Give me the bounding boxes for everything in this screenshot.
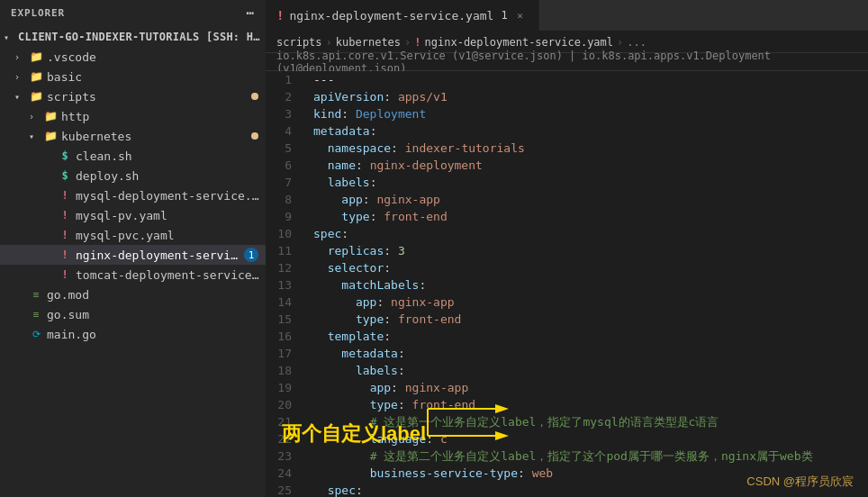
tab-yaml-icon: !: [276, 8, 284, 23]
sidebar-item-mysql-dep-svc[interactable]: › ! mysql-deployment-service.yaml: [0, 185, 266, 205]
line-num-8: 8: [266, 191, 306, 208]
sidebar-item-deploy-sh[interactable]: › $ deploy.sh: [0, 166, 266, 185]
sep-1: ›: [326, 36, 332, 49]
line-num-24: 24: [266, 465, 306, 482]
folder-icon-kubernetes: 📁: [43, 129, 58, 143]
label-clean: clean.sh: [76, 149, 132, 163]
sidebar-item-gosum[interactable]: › ≡ go.sum: [0, 304, 266, 324]
crumb-scripts[interactable]: scripts: [276, 36, 322, 49]
line-content-11: replicas: 3: [306, 242, 868, 259]
line-17: 17 metadata:: [266, 345, 868, 362]
shell-icon-deploy: $: [58, 168, 72, 183]
line-num-5: 5: [266, 140, 306, 157]
sidebar-item-vscode[interactable]: › 📁 .vscode: [0, 47, 266, 67]
arrow-scripts: ▾: [14, 92, 29, 102]
line-content-8: app: nginx-app: [306, 191, 868, 208]
code-table: 1 --- 2 apiVersion: apps/v1 3 kind: Depl…: [266, 71, 868, 497]
sidebar-item-mysql-pvc[interactable]: › ! mysql-pvc.yaml: [0, 225, 266, 245]
line-content-10: spec:: [306, 225, 868, 242]
line-num-7: 7: [266, 174, 306, 191]
shell-icon-clean: $: [58, 149, 72, 163]
line-content-1: ---: [306, 71, 868, 88]
root-label: CLIENT-GO-INDEXER-TUTORIALS [SSH: HEDY]: [18, 31, 266, 43]
label-mpv: mysql-pv.yaml: [76, 209, 167, 222]
explorer-title: EXPLORER: [11, 7, 65, 19]
yaml-icon-tomcat: !: [58, 267, 72, 282]
folder-icon-http: 📁: [43, 109, 58, 123]
tab-nginx[interactable]: ! nginx-deployment-service.yaml 1 ✕: [266, 0, 539, 31]
sidebar-item-scripts[interactable]: ▾ 📁 scripts: [0, 86, 266, 106]
gomod-icon: ≡: [29, 287, 43, 302]
line-content-2: apiVersion: apps/v1: [306, 88, 868, 105]
dot-scripts: [251, 93, 258, 100]
sidebar-item-kubernetes[interactable]: ▾ 📁 kubernetes: [0, 126, 266, 146]
sidebar-item-http[interactable]: › 📁 http: [0, 106, 266, 126]
crumb-file[interactable]: nginx-deployment-service.yaml: [425, 36, 614, 49]
line-num-16: 16: [266, 328, 306, 345]
more-icon[interactable]: ⋯: [247, 5, 255, 20]
sidebar-item-gomod[interactable]: › ≡ go.mod: [0, 285, 266, 304]
line-6: 6 name: nginx-deployment: [266, 157, 868, 174]
line-7: 7 labels:: [266, 174, 868, 191]
line-num-21: 21: [266, 413, 306, 430]
line-2: 2 apiVersion: apps/v1: [266, 88, 868, 105]
line-10: 10 spec:: [266, 225, 868, 242]
folder-icon-scripts: 📁: [29, 89, 43, 104]
line-content-21: # 这是第一个业务自定义label，指定了mysql的语言类型是c语言: [306, 413, 868, 430]
yaml-icon-nginx: !: [58, 248, 72, 262]
line-12: 12 selector:: [266, 259, 868, 276]
label-nginx: nginx-deployment-service.yaml: [76, 248, 244, 262]
arrow-kubernetes: ▾: [29, 131, 43, 141]
arrow-http: ›: [29, 112, 43, 122]
sep-2: ›: [404, 36, 411, 49]
sidebar-item-maingo[interactable]: › ⟳ main.go: [0, 324, 266, 344]
label-tomcat: tomcat-deployment-service.yaml: [76, 268, 266, 282]
line-num-22: 22: [266, 430, 306, 447]
tab-label: nginx-deployment-service.yaml: [289, 9, 493, 23]
sidebar: EXPLORER ⋯ ▾ CLIENT-GO-INDEXER-TUTORIALS…: [0, 0, 266, 497]
sidebar-item-mysql-pv[interactable]: › ! mysql-pv.yaml: [0, 205, 266, 225]
line-num-17: 17: [266, 345, 306, 362]
line-num-19: 19: [266, 379, 306, 396]
crumb-kubernetes[interactable]: kubernetes: [336, 36, 401, 49]
line-13: 13 matchLabels:: [266, 276, 868, 294]
sidebar-item-tomcat[interactable]: › ! tomcat-deployment-service.yaml: [0, 265, 266, 285]
tab-close-button[interactable]: ✕: [513, 8, 528, 23]
sidebar-header-icons: ⋯: [247, 5, 255, 20]
sidebar-item-clean-sh[interactable]: › $ clean.sh: [0, 146, 266, 166]
crumb-dots: ...: [627, 36, 646, 49]
line-16: 16 template:: [266, 328, 868, 345]
yaml-icon-mds: !: [58, 188, 72, 203]
sidebar-root[interactable]: ▾ CLIENT-GO-INDEXER-TUTORIALS [SSH: HEDY…: [0, 27, 266, 47]
line-content-17: metadata:: [306, 345, 868, 362]
arrow-icon: ▾: [4, 32, 18, 42]
line-14: 14 app: nginx-app: [266, 294, 868, 311]
line-num-6: 6: [266, 157, 306, 174]
badge-nginx: 1: [244, 248, 258, 262]
line-content-19: app: nginx-app: [306, 379, 868, 396]
line-num-10: 10: [266, 225, 306, 242]
line-content-6: name: nginx-deployment: [306, 157, 868, 174]
code-editor[interactable]: 1 --- 2 apiVersion: apps/v1 3 kind: Depl…: [266, 71, 868, 497]
line-23: 23 # 这是第二个业务自定义label，指定了这个pod属于哪一类服务，ngi…: [266, 447, 868, 465]
label-basic: basic: [47, 70, 82, 84]
sidebar-item-nginx-dep-svc[interactable]: › ! nginx-deployment-service.yaml 1: [0, 245, 266, 265]
gosum-icon: ≡: [29, 307, 43, 321]
symbols-line: io.k8s.api.core.v1.Service (v1@service.j…: [266, 53, 868, 71]
label-gosum: go.sum: [47, 308, 89, 321]
sidebar-item-basic[interactable]: › 📁 basic: [0, 67, 266, 86]
sidebar-header: EXPLORER ⋯: [0, 0, 266, 25]
sep-3: ›: [617, 36, 623, 49]
line-num-3: 3: [266, 105, 306, 122]
line-num-1: 1: [266, 71, 306, 88]
yaml-icon-mpvc: !: [58, 228, 72, 242]
tab-modified: 1: [501, 9, 507, 22]
line-8: 8 app: nginx-app: [266, 191, 868, 208]
line-9: 9 type: front-end: [266, 208, 868, 225]
label-vscode: .vscode: [47, 50, 96, 64]
line-content-22: language: c: [306, 430, 868, 447]
line-content-14: app: nginx-app: [306, 294, 868, 311]
line-content-16: template:: [306, 328, 868, 345]
line-num-14: 14: [266, 294, 306, 311]
line-num-23: 23: [266, 447, 306, 465]
